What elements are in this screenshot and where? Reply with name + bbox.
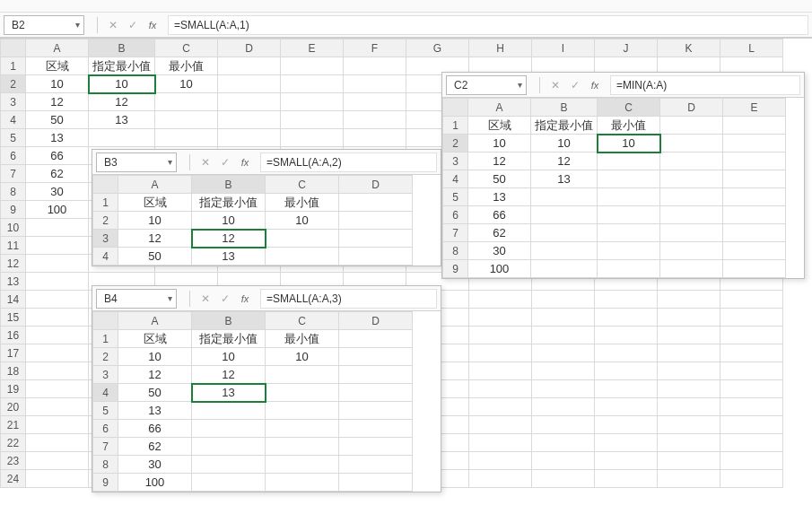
row-header-9[interactable]: 9 — [1, 201, 26, 219]
cell-D2[interactable] — [660, 135, 723, 152]
cell-J22[interactable] — [595, 434, 658, 452]
cell-H14[interactable] — [469, 291, 532, 309]
cell-K19[interactable] — [658, 380, 720, 398]
cell-C3[interactable] — [155, 93, 218, 111]
cell-C3[interactable] — [266, 230, 339, 248]
row-header-5[interactable]: 5 — [1, 129, 26, 147]
row-header-4[interactable]: 4 — [443, 170, 468, 188]
row-header-15[interactable]: 15 — [1, 309, 26, 327]
row-header-22[interactable]: 22 — [1, 434, 26, 452]
cell-A18[interactable] — [26, 362, 89, 380]
cell-K22[interactable] — [658, 434, 720, 452]
floating-sheet-b4[interactable]: B4 ▾ ✕ ✓ fx =SMALL(A:A,3) ABCD1区域指定最小值最小… — [92, 285, 441, 492]
cell-L20[interactable] — [720, 398, 783, 416]
cell-A14[interactable] — [26, 291, 89, 309]
cell-K20[interactable] — [658, 398, 720, 416]
cell-D5[interactable] — [660, 188, 723, 206]
cell-A5[interactable]: 13 — [118, 402, 192, 420]
cell-I24[interactable] — [532, 470, 595, 488]
cell-A2[interactable]: 10 — [118, 212, 192, 230]
cell-D8[interactable] — [660, 242, 723, 260]
enter-icon[interactable]: ✓ — [565, 79, 585, 91]
row-header-6[interactable]: 6 — [1, 147, 26, 165]
cell-I21[interactable] — [532, 416, 595, 434]
row-header-24[interactable]: 24 — [1, 470, 26, 488]
row-header-11[interactable]: 11 — [1, 237, 26, 255]
cell-B5[interactable] — [192, 402, 266, 420]
cell-C3[interactable] — [266, 366, 339, 384]
cell-D4[interactable] — [218, 111, 281, 129]
cell-A4[interactable]: 50 — [468, 170, 531, 188]
cell-D2[interactable] — [339, 348, 413, 366]
cell-C8[interactable] — [266, 456, 339, 474]
cell-A15[interactable] — [26, 309, 89, 327]
cell-E4[interactable] — [281, 111, 344, 129]
cell-A7[interactable]: 62 — [26, 165, 89, 183]
cell-C7[interactable] — [598, 224, 660, 242]
cell-K21[interactable] — [658, 416, 720, 434]
select-all-corner[interactable] — [93, 176, 118, 194]
cell-J18[interactable] — [595, 362, 658, 380]
cell-J20[interactable] — [595, 398, 658, 416]
cell-B9[interactable] — [192, 474, 266, 492]
cell-A8[interactable]: 30 — [468, 242, 531, 260]
cell-B2[interactable]: 10 — [89, 75, 155, 93]
cell-I15[interactable] — [532, 309, 595, 327]
cell-A6[interactable]: 66 — [468, 206, 531, 224]
cell-E4[interactable] — [723, 170, 786, 188]
row-header-1[interactable]: 1 — [93, 194, 118, 212]
cell-D1[interactable] — [218, 57, 281, 75]
row-header-16[interactable]: 16 — [1, 327, 26, 344]
fx-icon[interactable]: fx — [235, 293, 255, 304]
cell-H16[interactable] — [469, 327, 532, 344]
col-header-J[interactable]: J — [595, 39, 658, 57]
cell-E6[interactable] — [723, 206, 786, 224]
col-header-I[interactable]: I — [532, 39, 595, 57]
cell-K15[interactable] — [658, 309, 720, 327]
cell-K23[interactable] — [658, 452, 720, 470]
col-header-B[interactable]: B — [192, 176, 266, 194]
cell-B9[interactable] — [531, 260, 598, 278]
cell-L18[interactable] — [720, 362, 783, 380]
cell-A23[interactable] — [26, 452, 89, 470]
cell-A1[interactable]: 区域 — [468, 117, 531, 135]
col-header-C[interactable]: C — [155, 39, 218, 57]
col-header-H[interactable]: H — [469, 39, 532, 57]
row-header-17[interactable]: 17 — [1, 344, 26, 362]
row-header-5[interactable]: 5 — [443, 188, 468, 206]
cell-C2[interactable]: 10 — [598, 135, 660, 152]
cell-J23[interactable] — [595, 452, 658, 470]
row-header-8[interactable]: 8 — [93, 456, 118, 474]
cell-C9[interactable] — [266, 474, 339, 492]
row-header-7[interactable]: 7 — [1, 165, 26, 183]
cell-J17[interactable] — [595, 344, 658, 362]
col-header-L[interactable]: L — [720, 39, 783, 57]
cell-A1[interactable]: 区域 — [118, 194, 192, 212]
cell-K16[interactable] — [658, 327, 720, 344]
row-header-4[interactable]: 4 — [93, 384, 118, 402]
cell-E1[interactable] — [281, 57, 344, 75]
row-header-3[interactable]: 3 — [443, 152, 468, 170]
cell-D2[interactable] — [339, 212, 413, 230]
row-header-5[interactable]: 5 — [93, 402, 118, 420]
row-header-1[interactable]: 1 — [93, 330, 118, 348]
cell-C9[interactable] — [598, 260, 660, 278]
cell-H17[interactable] — [469, 344, 532, 362]
cell-D2[interactable] — [218, 75, 281, 93]
cell-A5[interactable]: 13 — [26, 129, 89, 147]
cell-B3[interactable]: 12 — [531, 152, 598, 170]
row-header-4[interactable]: 4 — [1, 111, 26, 129]
cell-B8[interactable] — [531, 242, 598, 260]
cell-E5[interactable] — [723, 188, 786, 206]
cell-D5[interactable] — [218, 129, 281, 147]
cell-A7[interactable]: 62 — [118, 438, 192, 456]
row-header-13[interactable]: 13 — [1, 273, 26, 291]
cell-L22[interactable] — [720, 434, 783, 452]
col-header-E[interactable]: E — [281, 39, 344, 57]
fx-icon[interactable]: fx — [235, 157, 255, 168]
cell-E8[interactable] — [723, 242, 786, 260]
cell-C4[interactable] — [598, 170, 660, 188]
cell-B1[interactable]: 指定最小值 — [531, 117, 598, 135]
cell-H22[interactable] — [469, 434, 532, 452]
cell-K14[interactable] — [658, 291, 720, 309]
